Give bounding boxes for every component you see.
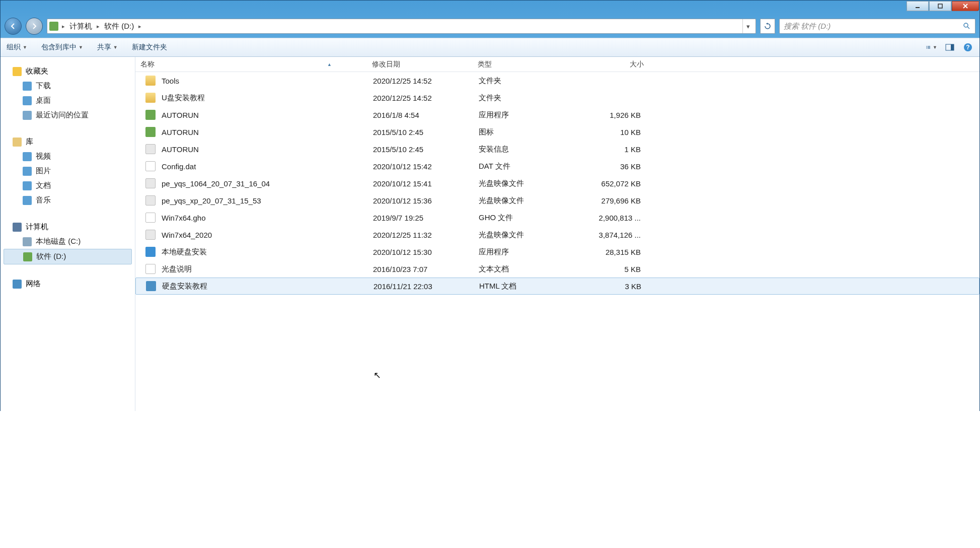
file-name: AUTORUN [162, 145, 199, 154]
file-row[interactable]: 光盘说明2016/10/23 7:07文本文档5 KB [135, 260, 979, 278]
sidebar-item-drive-d[interactable]: 软件 (D:) [4, 249, 132, 264]
column-type[interactable]: 类型 [473, 60, 578, 69]
file-size: 28,315 KB [579, 248, 650, 256]
chevron-right-icon[interactable]: ▸ [60, 23, 66, 30]
sidebar-computer-head[interactable]: 计算机 [1, 220, 135, 234]
file-type: GHO 文件 [474, 213, 579, 223]
share-button[interactable]: 共享▼ [97, 43, 118, 52]
file-type: DAT 文件 [474, 162, 579, 171]
file-icon [145, 247, 156, 257]
file-size: 652,072 KB [579, 179, 650, 188]
svg-rect-4 [928, 46, 930, 46]
preview-pane-button[interactable] [944, 42, 955, 53]
chevron-down-icon: ▼ [23, 45, 27, 50]
breadcrumb-dropdown[interactable]: ▾ [742, 19, 753, 33]
file-icon [145, 144, 156, 154]
maximize-button[interactable] [929, 1, 951, 11]
file-type: 安装信息 [474, 145, 579, 154]
file-row[interactable]: Win7x64_20202020/12/25 11:32光盘映像文件3,874,… [135, 226, 979, 243]
sidebar-item-videos[interactable]: 视频 [1, 149, 135, 164]
column-name[interactable]: 名称 ▲ [135, 60, 367, 69]
file-row[interactable]: U盘安装教程2020/12/25 14:52文件夹 [135, 89, 979, 106]
file-name: U盘安装教程 [162, 93, 205, 103]
column-date[interactable]: 修改日期 [367, 60, 473, 69]
svg-rect-10 [951, 44, 954, 50]
sidebar-item-pictures[interactable]: 图片 [1, 164, 135, 178]
file-type: 文件夹 [474, 93, 579, 103]
file-type: 文本文档 [474, 264, 579, 274]
svg-rect-0 [916, 7, 920, 8]
file-row[interactable]: 硬盘安装教程2016/11/21 22:03HTML 文档3 KB [135, 278, 979, 295]
back-button[interactable] [5, 18, 22, 35]
file-date: 2016/11/21 22:03 [368, 282, 474, 291]
picture-icon [23, 167, 32, 176]
file-icon [145, 178, 156, 188]
file-icon [145, 127, 156, 137]
file-icon [145, 161, 156, 171]
new-folder-button[interactable]: 新建文件夹 [132, 43, 167, 52]
file-date: 2020/12/25 14:52 [368, 94, 474, 102]
column-size[interactable]: 大小 [578, 60, 649, 69]
sidebar-item-recent[interactable]: 最近访问的位置 [1, 108, 135, 122]
sidebar-item-music[interactable]: 音乐 [1, 193, 135, 208]
help-button[interactable]: ? [962, 42, 973, 53]
svg-point-2 [964, 23, 968, 27]
sidebar-item-drive-c[interactable]: 本地磁盘 (C:) [1, 234, 135, 249]
file-icon [146, 281, 156, 291]
breadcrumb[interactable]: ▸ 计算机 ▸ 软件 (D:) ▸ ▾ [47, 19, 756, 34]
file-row[interactable]: 本地硬盘安装2020/10/12 15:30应用程序28,315 KB [135, 243, 979, 260]
file-row[interactable]: AUTORUN2015/5/10 2:45安装信息1 KB [135, 141, 979, 158]
sidebar-item-desktop[interactable]: 桌面 [1, 93, 135, 108]
recent-icon [23, 111, 32, 120]
address-bar: ▸ 计算机 ▸ 软件 (D:) ▸ ▾ 搜索 软件 (D:) [1, 15, 979, 38]
breadcrumb-computer[interactable]: 计算机 [66, 22, 95, 31]
sidebar-item-documents[interactable]: 文档 [1, 178, 135, 193]
file-date: 2016/10/23 7:07 [368, 265, 474, 273]
file-row[interactable]: pe_yqs_xp_20_07_31_15_532020/10/12 15:36… [135, 192, 979, 209]
forward-button[interactable] [26, 18, 43, 35]
view-options-button[interactable]: ▼ [926, 42, 937, 53]
file-row[interactable]: Win7x64.gho2019/9/7 19:25GHO 文件2,900,813… [135, 209, 979, 226]
file-name: Tools [162, 77, 179, 85]
document-icon [23, 181, 32, 190]
file-row[interactable]: AUTORUN2016/1/8 4:54应用程序1,926 KB [135, 106, 979, 123]
breadcrumb-drive[interactable]: 软件 (D:) [101, 22, 137, 31]
file-row[interactable]: Tools2020/12/25 14:52文件夹 [135, 72, 979, 89]
file-row[interactable]: AUTORUN2015/5/10 2:45图标10 KB [135, 123, 979, 141]
minimize-button[interactable] [907, 1, 929, 11]
file-name: AUTORUN [162, 128, 199, 136]
file-type: 应用程序 [474, 247, 579, 257]
file-type: 光盘映像文件 [474, 230, 579, 240]
file-icon [145, 93, 156, 103]
file-date: 2015/5/10 2:45 [368, 145, 474, 154]
file-type: 光盘映像文件 [474, 196, 579, 206]
drive-icon [49, 22, 58, 31]
chevron-right-icon[interactable]: ▸ [95, 23, 101, 30]
file-name: Win7x64.gho [162, 214, 206, 222]
svg-rect-1 [938, 4, 942, 8]
file-type: 光盘映像文件 [474, 179, 579, 188]
file-size: 10 KB [579, 128, 650, 136]
sidebar-network-head[interactable]: 网络 [1, 277, 135, 291]
file-date: 2019/9/7 19:25 [368, 214, 474, 222]
library-icon [13, 138, 22, 147]
chevron-right-icon[interactable]: ▸ [137, 23, 143, 30]
file-date: 2015/5/10 2:45 [368, 128, 474, 136]
include-library-button[interactable]: 包含到库中▼ [41, 43, 83, 52]
search-input[interactable]: 搜索 软件 (D:) [779, 19, 975, 34]
sidebar-libraries-head[interactable]: 库 [1, 134, 135, 149]
file-size: 2,900,813 ... [579, 214, 650, 222]
file-row[interactable]: pe_yqs_1064_20_07_31_16_042020/10/12 15:… [135, 175, 979, 192]
close-button[interactable] [952, 1, 979, 11]
file-date: 2020/10/12 15:42 [368, 162, 474, 171]
drive-icon [23, 237, 32, 246]
sidebar-item-downloads[interactable]: 下载 [1, 79, 135, 93]
sidebar-favorites-head[interactable]: 收藏夹 [1, 64, 135, 79]
file-size: 36 KB [579, 162, 650, 171]
desktop-icon [23, 96, 32, 105]
file-row[interactable]: Config.dat2020/10/12 15:42DAT 文件36 KB [135, 158, 979, 175]
organize-button[interactable]: 组织▼ [7, 43, 27, 52]
file-icon [145, 195, 156, 206]
refresh-button[interactable] [760, 19, 775, 34]
svg-rect-8 [928, 48, 930, 49]
